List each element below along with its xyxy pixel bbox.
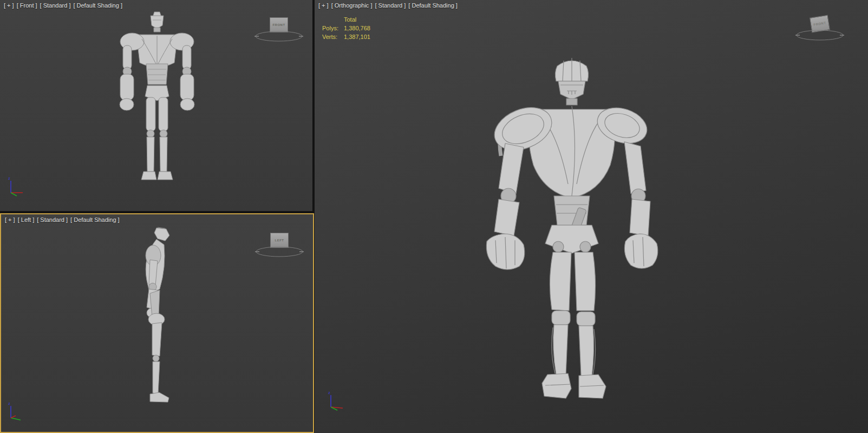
- viewport-left-label: [ + ] [ Left ] [ Standard ] [ Default Sh…: [5, 216, 120, 223]
- viewport-ortho-label: [ + ] [ Orthographic ] [ Standard ] [ De…: [318, 2, 458, 9]
- stats-verts-value: 1,387,101: [344, 34, 370, 40]
- viewport-menu-general[interactable]: [ + ]: [5, 216, 15, 223]
- axis-z-label: z: [8, 401, 10, 406]
- robot-model-perspective-view[interactable]: [472, 54, 672, 411]
- viewport-menu-pov[interactable]: [ Orthographic ]: [331, 2, 373, 9]
- viewcube-widget[interactable]: FRONT: [795, 15, 845, 42]
- robot-model-front-view[interactable]: [103, 11, 211, 198]
- viewport-menu-renderer[interactable]: [ Standard ]: [40, 2, 71, 9]
- viewport-menu-shading[interactable]: [ Default Shading ]: [73, 2, 122, 9]
- viewport-menu-general[interactable]: [ + ]: [318, 2, 329, 9]
- axis-tripod-icon: z: [325, 389, 347, 411]
- stats-total-label: Total: [344, 16, 370, 23]
- viewport-front[interactable]: [ + ] [ Front ] [ Standard ] [ Default S…: [0, 0, 314, 212]
- viewport-menu-shading[interactable]: [ Default Shading ]: [408, 2, 458, 9]
- viewcube-widget[interactable]: FRONT: [254, 16, 304, 43]
- viewcube-compass-icon[interactable]: [254, 246, 304, 259]
- viewport-menu-general[interactable]: [ + ]: [4, 2, 14, 9]
- statistics-overlay: Total Polys: 1,380,768 Verts: 1,387,101: [322, 16, 370, 40]
- axis-z-label: z: [328, 390, 330, 395]
- viewport-front-label: [ + ] [ Front ] [ Standard ] [ Default S…: [4, 2, 122, 9]
- viewport-menu-shading[interactable]: [ Default Shading ]: [70, 216, 120, 223]
- viewport-menu-renderer[interactable]: [ Standard ]: [375, 2, 406, 9]
- axis-tripod-icon: z: [5, 399, 27, 422]
- viewport-menu-renderer[interactable]: [ Standard ]: [37, 216, 68, 223]
- robot-model-side-view[interactable]: [128, 225, 188, 412]
- stats-polys-label: Polys:: [322, 25, 344, 31]
- viewport-area: [ + ] [ Front ] [ Standard ] [ Default S…: [0, 0, 868, 433]
- viewcube-compass-icon[interactable]: [795, 29, 845, 42]
- stats-verts-label: Verts:: [322, 34, 344, 40]
- viewport-left-active[interactable]: [ + ] [ Left ] [ Standard ] [ Default Sh…: [0, 213, 314, 433]
- stats-polys-value: 1,380,768: [344, 25, 370, 31]
- axis-tripod-icon: z: [5, 174, 27, 197]
- viewport-menu-pov[interactable]: [ Left ]: [18, 216, 35, 223]
- axis-z-label: z: [8, 176, 10, 181]
- viewcube-compass-icon[interactable]: [254, 30, 304, 43]
- viewport-orthographic[interactable]: [ + ] [ Orthographic ] [ Standard ] [ De…: [315, 0, 868, 433]
- viewport-menu-pov[interactable]: [ Front ]: [17, 2, 37, 9]
- viewcube-widget[interactable]: LEFT: [254, 232, 304, 259]
